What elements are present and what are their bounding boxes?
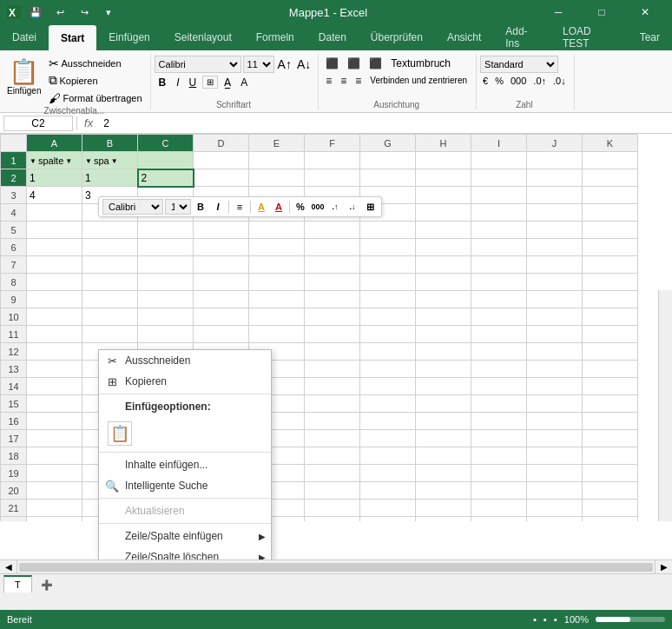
cell-h2[interactable] — [416, 169, 471, 187]
view-layout-button[interactable]: ▪ — [544, 614, 547, 625]
mini-dec-dn-button[interactable]: .↓ — [345, 199, 360, 215]
mini-font-select[interactable]: Calibri — [102, 199, 163, 215]
ctx-zeile-spalte-einfuegen[interactable]: Zeile/Spalte einfügen ▶ — [99, 526, 271, 546]
tab-datei[interactable]: Datei — [0, 24, 49, 50]
fill-color-button[interactable]: A̲ — [221, 76, 234, 89]
minimize-button[interactable]: ─ — [538, 0, 578, 24]
copy-button[interactable]: ⧉ Kopieren — [46, 73, 144, 89]
col-header-f[interactable]: F — [305, 135, 360, 152]
mini-border-button[interactable]: ⊞ — [362, 199, 378, 215]
mini-font-color-button[interactable]: A — [271, 199, 287, 215]
col-header-h[interactable]: H — [416, 135, 471, 152]
tab-formeln[interactable]: Formeln — [244, 24, 306, 50]
maximize-button[interactable]: □ — [582, 0, 622, 24]
paste-button[interactable]: 📋 Einfügen — [3, 56, 44, 97]
col-header-j[interactable]: J — [527, 135, 583, 152]
row-header-1[interactable]: 1 — [1, 152, 27, 169]
cell-f2[interactable] — [305, 169, 360, 187]
zoom-slider[interactable] — [596, 617, 665, 622]
ctx-intelligente-suche[interactable]: 🔍 Intelligente Suche — [99, 475, 271, 496]
align-right-top-button[interactable]: ⬛ — [366, 56, 385, 71]
mini-thousands-button[interactable]: 000 — [310, 199, 326, 215]
redo-button[interactable]: ↪ — [75, 3, 94, 22]
cell-i1[interactable] — [471, 152, 527, 169]
formula-input[interactable]: 2 — [100, 117, 669, 129]
col-header-b[interactable]: B — [82, 135, 138, 152]
underline-button[interactable]: U — [186, 76, 201, 89]
cell-h3[interactable] — [416, 187, 471, 204]
cell-k3[interactable] — [583, 187, 638, 204]
align-center-top-button[interactable]: ⬛ — [344, 56, 364, 71]
mini-align-button[interactable]: ≡ — [232, 199, 247, 215]
cell-e2[interactable] — [249, 169, 305, 187]
cut-button[interactable]: ✂ Ausschneiden — [46, 56, 144, 71]
number-format-select[interactable]: Standard — [480, 56, 558, 73]
horizontal-scrollbar[interactable]: ◀ ▶ — [0, 559, 672, 573]
align-left-button[interactable]: ≡ — [322, 73, 335, 89]
cell-j3[interactable] — [527, 187, 583, 204]
qat-dropdown[interactable]: ▾ — [99, 3, 118, 22]
mini-dec-up-button[interactable]: .↑ — [327, 199, 343, 215]
border-button[interactable]: ⊞ — [202, 76, 218, 89]
tab-addins[interactable]: Add-Ins — [493, 24, 550, 50]
increase-font-button[interactable]: A↑ — [276, 56, 293, 72]
view-pagebreak-button[interactable]: ▪ — [554, 614, 557, 625]
tab-daten[interactable]: Daten — [306, 24, 359, 50]
h-scrollbar-thumb[interactable] — [19, 563, 653, 572]
cell-k2[interactable] — [583, 169, 638, 187]
scroll-left-button[interactable]: ◀ — [0, 560, 17, 574]
wrap-text-button[interactable]: Textumbruch — [387, 56, 454, 71]
ctx-zeile-spalte-loeschen[interactable]: Zeile/Spalte löschen ▶ — [99, 546, 271, 559]
tab-einfuegen[interactable]: Einfügen — [96, 24, 161, 50]
mini-fill-color-button[interactable]: A — [254, 199, 269, 215]
ctx-kopieren[interactable]: ⊞ Kopieren — [99, 371, 271, 392]
increase-decimal-button[interactable]: .0↑ — [530, 75, 549, 87]
row-header-2[interactable]: 2 — [1, 169, 27, 187]
font-name-select[interactable]: Calibri — [155, 56, 241, 73]
currency-button[interactable]: € — [480, 75, 491, 87]
bold-button[interactable]: B — [155, 75, 171, 90]
cell-d1[interactable] — [194, 152, 249, 169]
row-header-3[interactable]: 3 — [1, 187, 27, 204]
tab-ueberprufen[interactable]: Überprüfen — [359, 24, 435, 50]
cell-k1[interactable] — [583, 152, 638, 169]
cell-g2[interactable] — [360, 169, 416, 187]
col-header-c[interactable]: C — [138, 135, 194, 152]
cell-c1[interactable] — [138, 152, 194, 169]
tab-start[interactable]: Start — [49, 25, 96, 51]
ctx-paste-icon-row[interactable]: 📋 — [99, 417, 271, 450]
font-size-select[interactable]: 11 — [243, 56, 274, 73]
cell-j2[interactable] — [527, 169, 583, 187]
cell-b2[interactable]: 1 — [82, 169, 138, 187]
mini-size-select[interactable]: 11 — [165, 199, 191, 215]
cell-i2[interactable] — [471, 169, 527, 187]
cell-e1[interactable] — [249, 152, 305, 169]
cell-d2[interactable] — [194, 169, 249, 187]
tab-ansicht[interactable]: Ansicht — [435, 24, 493, 50]
cell-f1[interactable] — [305, 152, 360, 169]
ctx-ausschneiden[interactable]: ✂ Ausschneiden — [99, 350, 271, 371]
italic-button[interactable]: I — [173, 76, 182, 89]
close-button[interactable]: ✕ — [625, 0, 665, 24]
cell-b1[interactable]: ▼spa▼ — [82, 152, 138, 169]
tab-tear[interactable]: Tear — [628, 24, 672, 50]
decrease-decimal-button[interactable]: .0↓ — [550, 75, 569, 87]
add-sheet-button[interactable]: ➕ — [36, 578, 58, 593]
cell-g1[interactable] — [360, 152, 416, 169]
undo-button[interactable]: ↩ — [50, 3, 69, 22]
decrease-font-button[interactable]: A↓ — [295, 56, 313, 72]
cell-a1[interactable]: ▼spalte▼ — [27, 152, 82, 169]
cell-h1[interactable] — [416, 152, 471, 169]
merge-center-button[interactable]: Verbinden und zentrieren — [366, 74, 471, 87]
ctx-inhalte-einfuegen[interactable]: Inhalte einfügen... — [99, 454, 271, 475]
tab-seitenlayout[interactable]: Seitenlayout — [162, 24, 244, 50]
format-painter-button[interactable]: 🖌 Format übertragen — [46, 90, 144, 106]
cell-a3[interactable]: 4 — [27, 187, 82, 204]
col-header-k[interactable]: K — [583, 135, 638, 152]
save-button[interactable]: 💾 — [26, 3, 45, 22]
col-header-e[interactable]: E — [249, 135, 305, 152]
col-header-d[interactable]: D — [194, 135, 249, 152]
font-color-button[interactable]: A — [237, 76, 251, 89]
cell-i3[interactable] — [471, 187, 527, 204]
vertical-scrollbar[interactable] — [658, 290, 672, 521]
